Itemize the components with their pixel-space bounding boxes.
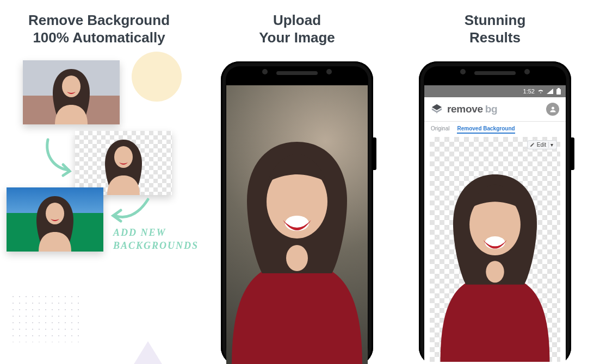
result-tabs: Original Removed Background <box>424 121 566 136</box>
triangle-accent <box>131 341 165 364</box>
phone-screen <box>226 85 368 364</box>
headline-line1: Remove Background <box>28 12 170 28</box>
headline-upload: Upload Your Image <box>198 12 396 46</box>
collage-photo-beach <box>7 187 103 252</box>
edit-button[interactable]: Edit ▾ <box>527 140 557 149</box>
arrow-icon <box>108 194 151 227</box>
pencil-icon <box>530 142 535 147</box>
result-canvas: Edit ▾ <box>430 137 560 362</box>
phone-camera <box>460 69 466 74</box>
feature-col-results: Stunning Results 1:52 <box>396 0 594 364</box>
phone-screen: 1:52 remove bg <box>424 85 566 364</box>
tab-removed-background[interactable]: Removed Background <box>457 125 515 134</box>
account-button[interactable] <box>546 103 559 116</box>
collage-photo-transparent <box>75 131 172 195</box>
brand-text-a: remove <box>447 103 483 115</box>
status-bar: 1:52 <box>424 85 566 97</box>
arrow-icon <box>41 136 79 180</box>
collage: ADD NEW BACKGROUNDS <box>7 57 191 285</box>
signal-icon <box>547 89 553 94</box>
phone-mock-results: 1:52 remove bg <box>419 61 571 364</box>
tab-original[interactable]: Original <box>431 125 449 134</box>
account-icon <box>549 105 557 114</box>
collage-photo-street <box>23 60 120 124</box>
edit-label: Edit <box>537 142 546 148</box>
brand-logo: remove bg <box>447 103 497 115</box>
phone-camera <box>524 69 530 74</box>
headline-line1: Stunning <box>465 12 526 28</box>
feature-col-upload: Upload Your Image <box>198 0 396 364</box>
dot-pattern <box>10 293 81 342</box>
subject-cutout <box>432 166 558 362</box>
svg-point-5 <box>286 245 308 271</box>
phone-speaker <box>474 71 516 75</box>
headline-line2: 100% Automatically <box>33 29 165 46</box>
headline-remove: Remove Background 100% Automatically <box>0 12 198 46</box>
headline-line2: Your Image <box>259 29 335 46</box>
chevron-down-icon: ▾ <box>548 142 554 148</box>
status-time: 1:52 <box>523 88 535 95</box>
wifi-icon <box>537 89 544 94</box>
feature-col-remove: Remove Background 100% Automatically <box>0 0 198 364</box>
add-backgrounds-caption: ADD NEW BACKGROUNDS <box>113 227 199 252</box>
svg-point-10 <box>486 261 504 283</box>
phone-speaker <box>276 71 318 75</box>
headline-results: Stunning Results <box>396 12 594 46</box>
layers-icon <box>431 103 443 115</box>
headline-line2: Results <box>469 29 521 46</box>
svg-rect-7 <box>558 88 560 89</box>
person-illustration <box>96 135 151 195</box>
brand-text-b: bg <box>485 103 498 115</box>
person-illustration <box>44 65 98 124</box>
phone-camera <box>326 69 332 74</box>
svg-rect-6 <box>556 89 561 95</box>
headline-line1: Upload <box>273 12 321 28</box>
battery-icon <box>556 88 561 95</box>
yellow-blob <box>132 52 182 102</box>
phone-mock-upload <box>221 61 373 364</box>
subject-photo <box>226 132 368 364</box>
phone-camera <box>262 69 268 74</box>
person-illustration <box>28 192 82 252</box>
app-bar: remove bg <box>424 97 566 121</box>
